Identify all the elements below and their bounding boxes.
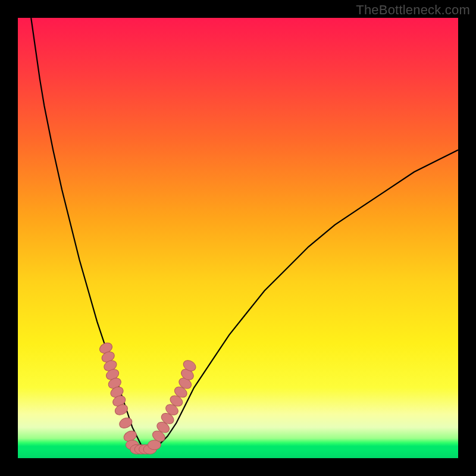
curve-marker xyxy=(118,416,134,430)
curve-marker xyxy=(148,440,161,450)
chart-frame: TheBottleneck.com xyxy=(0,0,476,476)
watermark-text: TheBottleneck.com xyxy=(356,2,470,18)
plot-area xyxy=(18,18,458,458)
bottleneck-curve xyxy=(31,18,458,449)
chart-svg xyxy=(18,18,458,458)
curve-markers xyxy=(98,341,198,454)
